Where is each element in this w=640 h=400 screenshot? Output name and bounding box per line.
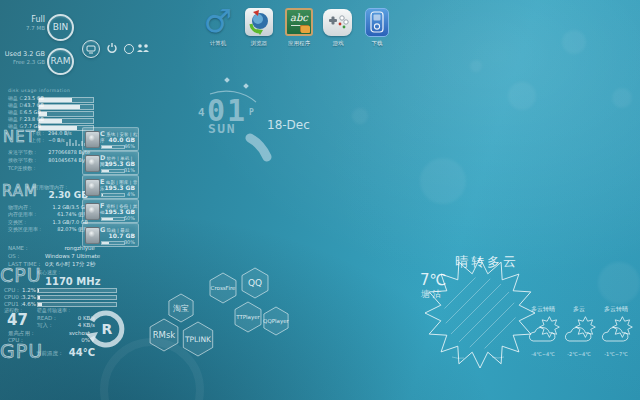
drive-bar	[101, 241, 125, 246]
bokeh-circle	[508, 82, 536, 110]
hdd-icon	[85, 203, 100, 220]
download-icon-label: 下载	[362, 40, 392, 47]
drive-size: 195.3 GB	[104, 160, 135, 167]
power-icon	[108, 43, 116, 52]
power-button[interactable]	[106, 42, 118, 54]
forecast-day-label: 多云转晴	[525, 306, 561, 313]
disk-row-label: 磁盘 E:	[8, 110, 24, 116]
sysinfo-name-label: NAME :	[8, 245, 28, 251]
drive-pct: 4%	[127, 191, 135, 197]
ram-row-label: 内存使用率 :	[8, 212, 36, 218]
clock-arc-dot	[224, 77, 230, 83]
browser-icon-label: 浏览器	[243, 40, 275, 47]
ring-button[interactable]	[124, 44, 134, 54]
disk-panel-header: disk usage information	[8, 89, 70, 94]
hex-label: 淘宝	[173, 304, 189, 313]
book-icon	[301, 26, 310, 33]
disk-usage-bar	[38, 118, 94, 124]
net-download-label: 下载 :	[31, 131, 44, 137]
refresh-button[interactable]: R	[84, 306, 130, 352]
chalk-abc-text: abc	[290, 12, 308, 23]
signature-scribble	[492, 357, 504, 358]
clock-weekday: SUN	[208, 121, 236, 136]
gamepad-icon[interactable]	[323, 9, 352, 36]
drive-letter: C	[100, 130, 105, 138]
net-upload-label: 上传 :	[31, 138, 44, 144]
drive-letter: G	[100, 226, 105, 234]
bokeh-circle	[562, 30, 586, 54]
games-icon-label: 游戏	[322, 40, 354, 47]
drive-size: 195.3 GB	[104, 184, 135, 191]
disk-row-label: 磁盘 C:	[8, 96, 25, 102]
cloud-sun-icon	[562, 314, 598, 350]
cpu-speed-value: 1170 MHz	[45, 276, 95, 287]
player-icon[interactable]	[365, 8, 389, 37]
gamepad-glyph	[323, 9, 352, 36]
ram-row-value: 1.2 GB/3.5 GB	[38, 205, 88, 211]
sysinfo-uptime-value: 0天 6小时 17分 2秒	[45, 261, 95, 267]
ram-used-text: Used 3.2 GB	[0, 51, 45, 58]
ram-row-value: 82.07% 使用	[38, 227, 88, 233]
disk-row-label: 磁盘 F:	[8, 117, 24, 123]
clock-meridiem: P	[249, 108, 254, 117]
drive-bar	[101, 193, 125, 198]
drive-widget-g[interactable]: G 隐藏 | 最后 10.7 GB 30%	[82, 223, 139, 247]
cpu-core-value: 1.2%	[22, 287, 36, 293]
bin-status-text: Full	[2, 16, 45, 25]
disk-transfer-label: 硬盘传输速率 :	[37, 308, 70, 314]
clock-date: 18-Dec	[267, 118, 310, 132]
hex-label: QQ	[248, 278, 262, 288]
hdd-icon	[85, 131, 100, 148]
drive-widget-e[interactable]: E 电影 | 图库 | 音乐 195.3 GB 4%	[82, 175, 139, 199]
cpu-core-bar	[37, 288, 117, 293]
recycle-bin-widget[interactable]: BIN	[47, 14, 74, 41]
hdd-icon	[85, 179, 100, 196]
net-upload-value: ~0 B/s	[48, 138, 65, 144]
sysinfo-os-value: Windows 7 Ultimate	[45, 253, 95, 259]
forecast-day-label: 多云	[561, 306, 597, 313]
hex-app-qqplayer[interactable]: QQPlayer	[256, 301, 296, 341]
cpu-core-value: 4.6%	[22, 301, 36, 307]
disk-read-label: READ :	[37, 315, 56, 321]
net-row-label: TCP连接数 :	[8, 166, 36, 172]
drive-bar	[101, 169, 125, 174]
bin-size-text: 7.7 MB	[2, 25, 45, 31]
computer-icon[interactable]: ♂	[202, 4, 234, 38]
player-glyph	[366, 9, 388, 36]
drive-pct: 46%	[124, 143, 135, 149]
display-settings-button[interactable]	[82, 40, 100, 58]
cpu-panel-title: CPU	[0, 265, 42, 286]
forecast-temps: -1℃~7℃	[595, 352, 637, 358]
cpu-core-label: CPU :	[4, 287, 19, 293]
apps-chalkboard-icon[interactable]: abc	[285, 8, 313, 36]
drive-pct: 50%	[124, 215, 135, 221]
drive-bar	[101, 217, 125, 222]
hex-label: TPLINK	[184, 335, 212, 344]
bokeh-circle	[598, 262, 640, 304]
top-process-label: 最高占用 :	[8, 330, 34, 336]
cpu-speed-label: 核心速度 :	[37, 270, 60, 276]
drive-pct: 31%	[124, 167, 135, 173]
hex-label: QQPlayer	[263, 318, 290, 325]
drive-widget-c[interactable]: C 系统 | 安装 | 程序 40.0 GB 46%	[82, 127, 139, 151]
drive-widget-d[interactable]: D 软件 | 单机 | 网游 195.3 GB 31%	[82, 151, 139, 175]
net-row-label: 发送字节数 :	[8, 150, 36, 156]
drive-bar	[101, 145, 125, 150]
hdd-icon	[85, 155, 100, 172]
ram-circle-widget[interactable]: RAM	[47, 48, 74, 75]
forecast-day-label: 多云转晴	[598, 306, 634, 313]
ram-row-value: 1.3 GB/7.0 GB	[38, 220, 88, 226]
drive-size: 195.3 GB	[104, 208, 135, 215]
ram-available-value: 2.30 GB	[30, 191, 88, 201]
users-button[interactable]	[136, 43, 150, 54]
drive-widget-f[interactable]: F 资料 | 备份 | 其他 195.3 GB 50%	[82, 199, 139, 223]
browser-icon[interactable]	[245, 8, 273, 36]
ram-row-value: 61.74% 使用	[38, 212, 88, 218]
hex-app-tplink[interactable]: TPLINK	[178, 319, 218, 359]
bokeh-circle	[470, 60, 482, 72]
users-icon	[137, 44, 149, 52]
hex-label: CrossFire	[211, 285, 237, 291]
apps-icon-label: 应用程序	[281, 40, 317, 47]
hdd-icon	[85, 227, 100, 244]
clock-widget: 4 01 P SUN 18-Dec	[180, 58, 325, 168]
